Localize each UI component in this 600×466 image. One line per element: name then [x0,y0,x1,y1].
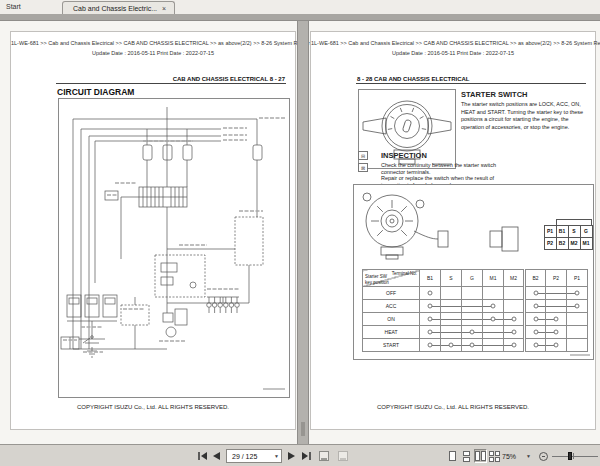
tester-icon: ⊟ [358,151,368,160]
tab-document[interactable]: Cab and Chassis Electric... × [62,1,175,14]
continuity-cell [525,326,546,339]
single-page-layout-button[interactable] [446,449,459,463]
continuity-table-wrap: Terminal No.Starter SWkey positionB1SGM1… [362,269,588,352]
close-icon[interactable]: × [162,5,166,12]
terminal-cell: M1 [580,237,593,250]
zoom-level-display[interactable]: 75% [502,449,516,463]
first-page-button[interactable] [196,449,208,463]
tab-document-label: Cab and Chassis Electric... [73,5,157,12]
last-page-button[interactable] [300,449,312,463]
chevron-down-icon[interactable]: ▼ [274,453,279,459]
continuity-cell [546,300,567,313]
continuity-cell [420,300,441,313]
minus-circle-icon [539,452,548,461]
terminal-column-header: P1 [567,270,588,287]
breadcrumb: 1L-WE-681 >> Cab and Chassis Electrical … [311,40,595,46]
continuity-cell [504,300,525,313]
table-row: ON [363,313,588,326]
terminal-icon: ⊠ [358,163,368,172]
terminal-column-header: S [441,270,462,287]
page-number-input[interactable]: 29 / 125 ▼ [226,449,282,463]
next-view-icon [338,451,348,461]
key-position-cell: HEAT [363,326,420,339]
document-page-right: 1L-WE-681 >> Cab and Chassis Electrical … [310,31,596,430]
continuous-layout-button[interactable] [460,449,473,463]
continuity-cell [441,339,462,352]
figure-ref-mark [570,354,590,356]
previous-view-icon [319,451,329,461]
connector-terminal-grid: P1B1SGP2B2M2M1 [544,225,592,249]
key-position-cell: ON [363,313,420,326]
previous-page-button[interactable] [211,449,221,463]
continuity-cell [441,326,462,339]
continuity-cell [462,287,483,300]
zoom-slider-handle[interactable] [568,452,572,460]
continuity-cell [546,326,567,339]
zoom-chevron-down-icon[interactable]: ▼ [526,449,531,463]
continuity-table: Terminal No.Starter SWkey positionB1SGM1… [362,269,588,352]
terminal-column-header: G [462,270,483,287]
update-print-dates: Update Date : 2016-05-11 Print Date : 20… [311,50,595,56]
continuity-cell [462,300,483,313]
continuity-cell [420,287,441,300]
zoom-slider-track[interactable] [552,456,598,457]
continuity-cell [441,313,462,326]
document-page-left: 1L-WE-681 >> Cab and Chassis Electrical … [10,31,296,430]
facing-continuous-layout-button[interactable] [488,449,501,463]
key-position-cell: START [363,339,420,352]
header-rule [56,83,286,84]
page-splitter[interactable] [297,21,309,444]
update-print-dates: Update Date : 2016-05-11 Print Date : 20… [11,50,295,56]
table-row: START [363,339,588,352]
continuity-cell [567,300,588,313]
continuity-cell [525,313,546,326]
chrome-divider-band [0,14,600,21]
continuity-cell [483,313,504,326]
key-position-cell: OFF [363,287,420,300]
zoom-out-button[interactable] [538,449,549,463]
facing-pages-layout-button[interactable] [474,449,487,463]
continuity-cell [462,339,483,352]
tab-start[interactable]: Start [6,3,21,10]
header-rule [356,83,586,84]
circuit-diagram-graphic [59,99,289,397]
previous-view-button[interactable] [317,449,331,463]
table-corner-cell: Terminal No.Starter SWkey position [363,270,420,287]
continuity-cell [504,326,525,339]
next-view-button[interactable] [336,449,350,463]
zoom-slider[interactable] [552,449,598,463]
bottom-toolbar: 29 / 125 ▼ 75% ▼ [0,444,600,466]
zoom-slider-tick [573,453,574,459]
continuity-cell [525,300,546,313]
inspection-figure-box: P1B1SGP2B2M2M1 Terminal No.Starter SWkey… [353,184,594,360]
continuity-cell [483,300,504,313]
breadcrumb: 1L-WE-681 >> Cab and Chassis Electrical … [11,40,295,46]
table-row: HEAT [363,326,588,339]
circuit-diagram-figure [58,98,290,398]
splitter-grip-icon[interactable] [301,422,305,436]
starter-switch-body: The starter switch positions are LOCK, A… [461,101,593,132]
continuity-cell [567,339,588,352]
table-row: OFF [363,287,588,300]
next-page-button[interactable] [287,449,297,463]
page-number-value: 29 / 125 [232,453,257,460]
continuity-cell [483,326,504,339]
terminal-column-header: B2 [525,270,546,287]
copyright-footer: COPYRIGHT ISUZU Co., Ltd. ALL RIGHTS RES… [311,404,595,410]
starter-switch-title: STARTER SWITCH [461,90,528,99]
continuity-cell [546,287,567,300]
continuity-cell [546,339,567,352]
continuity-cell [483,287,504,300]
continuity-cell [441,287,462,300]
continuity-cell [525,287,546,300]
terminal-column-header: M2 [504,270,525,287]
terminal-column-header: M1 [483,270,504,287]
pdf-viewer-window: Start Cab and Chassis Electric... × 1L-W… [0,0,600,466]
table-row: ACC [363,300,588,313]
continuity-cell [462,326,483,339]
continuity-cell [504,339,525,352]
continuity-cell [567,326,588,339]
continuity-cell [525,339,546,352]
inspection-title: INSPECTION [381,151,427,160]
continuity-cell [567,287,588,300]
